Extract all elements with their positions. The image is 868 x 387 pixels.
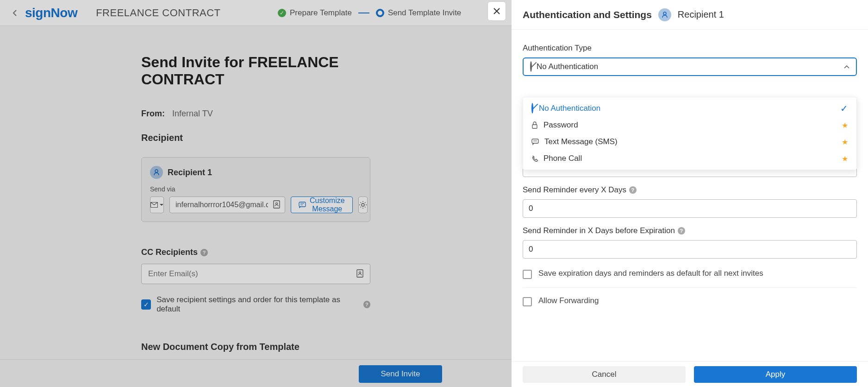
modal-overlay xyxy=(0,0,512,387)
auth-type-label: Authentication Type xyxy=(523,44,857,53)
sms-icon xyxy=(531,139,539,145)
allow-forwarding-label: Allow Forwarding xyxy=(538,296,599,305)
auth-selected-value: No Authentication xyxy=(537,62,598,71)
check-icon: ✓ xyxy=(840,103,848,114)
label-text: Send Reminder every X Days xyxy=(523,185,626,195)
reminder-before-label: Send Reminder in X Days before Expiratio… xyxy=(523,226,857,235)
checkbox-unchecked-icon xyxy=(523,297,532,306)
no-auth-icon xyxy=(530,62,532,71)
help-icon[interactable]: ? xyxy=(678,227,685,235)
panel-recipient-name: Recipient 1 xyxy=(678,9,724,20)
panel-footer: Cancel Apply xyxy=(512,361,868,387)
phone-icon xyxy=(531,155,538,162)
reminder-every-label: Send Reminder every X Days ? xyxy=(523,185,857,195)
option-label: No Authentication xyxy=(539,104,600,113)
divider xyxy=(523,287,857,288)
allow-forwarding-checkbox-row[interactable]: Allow Forwarding xyxy=(523,296,857,306)
option-label: Phone Call xyxy=(543,154,582,163)
apply-button[interactable]: Apply xyxy=(694,366,857,383)
panel-header: Authentication and Settings Recipient 1 xyxy=(512,0,868,30)
svg-point-8 xyxy=(663,12,666,15)
checkbox-unchecked-icon xyxy=(523,270,532,279)
auth-option-no-auth[interactable]: No Authentication ✓ xyxy=(523,100,856,117)
panel-title: Authentication and Settings xyxy=(523,9,652,20)
option-label: Text Message (SMS) xyxy=(544,137,618,146)
svg-rect-9 xyxy=(532,125,537,128)
auth-option-sms[interactable]: Text Message (SMS) ★ xyxy=(523,133,856,150)
reminder-every-input[interactable] xyxy=(523,199,857,218)
settings-panel: Authentication and Settings Recipient 1 … xyxy=(512,0,868,387)
close-icon xyxy=(493,7,500,15)
close-button[interactable] xyxy=(487,1,506,21)
person-icon xyxy=(658,8,671,21)
save-defaults-checkbox-row[interactable]: Save expiration days and reminders as de… xyxy=(523,269,857,279)
auth-type-dropdown: No Authentication ✓ Password ★ Text Mess… xyxy=(523,97,857,170)
label-text: Send Reminder in X Days before Expiratio… xyxy=(523,226,675,235)
reminder-before-input[interactable] xyxy=(523,240,857,259)
auth-option-password[interactable]: Password ★ xyxy=(523,117,856,133)
help-icon[interactable]: ? xyxy=(629,186,637,194)
lock-icon xyxy=(531,121,538,129)
save-defaults-label: Save expiration days and reminders as de… xyxy=(538,269,763,278)
star-icon: ★ xyxy=(842,138,848,146)
cancel-button[interactable]: Cancel xyxy=(523,366,686,383)
auth-option-phone[interactable]: Phone Call ★ xyxy=(523,150,856,167)
option-label: Password xyxy=(543,121,578,130)
auth-type-select[interactable]: No Authentication xyxy=(523,57,857,76)
chevron-up-icon xyxy=(844,62,849,71)
star-icon: ★ xyxy=(842,121,848,130)
no-auth-icon xyxy=(531,104,533,113)
star-icon: ★ xyxy=(842,154,848,163)
